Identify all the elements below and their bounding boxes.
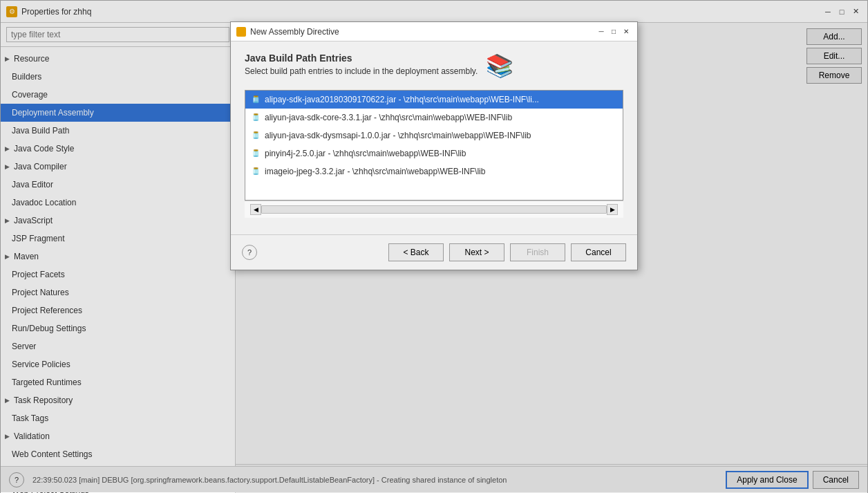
dialog-maximize-button[interactable]: □ (608, 26, 619, 37)
dialog-subtitle: Select build path entries to include in … (245, 66, 478, 76)
jar-item-label: aliyun-java-sdk-dysmsapi-1.0.0.jar - \zh… (265, 129, 531, 142)
dialog-footer: ? < Back Next > Finish Cancel (231, 234, 637, 270)
dialog-scrollbar-area: ◀ ▶ (245, 201, 623, 218)
dialog-heading: Java Build Path Entries (245, 53, 478, 64)
dialog-list-item[interactable]: 🫙imageio-jpeg-3.3.2.jar - \zhhq\src\main… (245, 162, 623, 180)
jar-icon: 🫙 (251, 167, 261, 176)
dialog-icon (236, 27, 246, 37)
dialog-body: Java Build Path Entries Select build pat… (231, 41, 637, 229)
dialog-cancel-button[interactable]: Cancel (571, 243, 626, 261)
next-button[interactable]: Next > (449, 243, 504, 261)
scroll-right-arrow[interactable]: ▶ (607, 204, 618, 215)
dialog-title: New Assembly Directive (250, 27, 592, 37)
dialog-header: Java Build Path Entries Select build pat… (245, 53, 623, 80)
dialog-book-icon: 📚 (486, 53, 513, 80)
dialog-list-item[interactable]: 🫙aliyun-java-sdk-core-3.3.1.jar - \zhhq\… (245, 109, 623, 127)
back-button[interactable]: < Back (388, 243, 444, 261)
jar-item-label: alipay-sdk-java20180309170622.jar - \zhh… (265, 93, 539, 106)
scroll-left-arrow[interactable]: ◀ (250, 204, 261, 215)
dialog-overlay: New Assembly Directive ─ □ ✕ Java Build … (1, 1, 867, 492)
jar-item-label: imageio-jpeg-3.3.2.jar - \zhhq\src\main\… (265, 165, 485, 178)
jar-item-label: pinyin4j-2.5.0.jar - \zhhq\src\main\weba… (265, 147, 466, 160)
new-assembly-directive-dialog: New Assembly Directive ─ □ ✕ Java Build … (230, 21, 638, 270)
dialog-list-item[interactable]: 🫙pinyin4j-2.5.0.jar - \zhhq\src\main\web… (245, 145, 623, 162)
jar-item-label: aliyun-java-sdk-core-3.3.1.jar - \zhhq\s… (265, 111, 512, 124)
dialog-minimize-button[interactable]: ─ (596, 26, 607, 37)
main-window: ⚙ Properties for zhhq ─ □ ✕ ▶ResourceBui… (0, 0, 868, 493)
scrollbar-track[interactable] (261, 205, 607, 214)
jar-icon: 🫙 (251, 95, 261, 104)
dialog-header-text: Java Build Path Entries Select build pat… (245, 53, 478, 76)
dialog-help-icon[interactable]: ? (242, 245, 257, 260)
dialog-titlebar: New Assembly Directive ─ □ ✕ (231, 22, 637, 41)
finish-button[interactable]: Finish (510, 243, 565, 261)
dialog-close-button[interactable]: ✕ (621, 26, 632, 37)
jar-icon: 🫙 (251, 149, 261, 158)
dialog-list-container[interactable]: 🫙alipay-sdk-java20180309170622.jar - \zh… (245, 90, 623, 201)
jar-icon: 🫙 (251, 113, 261, 122)
dialog-titlebar-controls: ─ □ ✕ (596, 26, 632, 37)
dialog-list-item[interactable]: 🫙aliyun-java-sdk-dysmsapi-1.0.0.jar - \z… (245, 127, 623, 145)
dialog-list-item[interactable]: 🫙alipay-sdk-java20180309170622.jar - \zh… (245, 91, 623, 109)
jar-icon: 🫙 (251, 131, 261, 140)
